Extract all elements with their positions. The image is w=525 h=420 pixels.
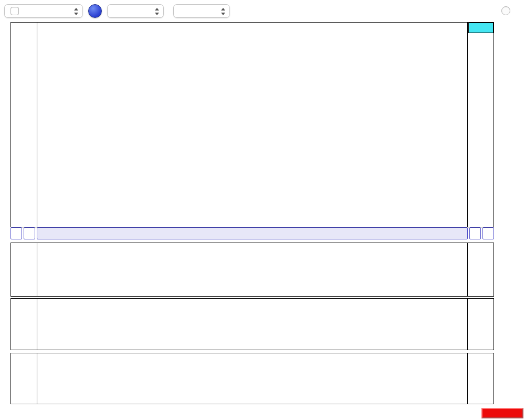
stochastic-plot-area[interactable] <box>37 353 468 404</box>
period-select[interactable] <box>107 4 164 18</box>
stepper-icon <box>74 7 79 16</box>
interval-select[interactable] <box>173 4 230 18</box>
toolbar-radio[interactable] <box>501 6 510 15</box>
date-axis-strip[interactable] <box>37 227 468 239</box>
icv-panel <box>10 298 494 350</box>
off-button[interactable] <box>481 408 523 418</box>
price-plot-area[interactable] <box>37 22 468 227</box>
scroll-prev-button[interactable] <box>24 227 35 239</box>
checkbox-empty <box>10 7 19 15</box>
scroll-last-button[interactable] <box>482 227 494 239</box>
chart-config-window-icon[interactable] <box>235 4 249 18</box>
current-price-tag <box>468 23 494 33</box>
toolbar <box>0 0 525 22</box>
help-button[interactable] <box>88 4 102 18</box>
date-nav-bar <box>10 227 494 239</box>
stepper-icon <box>221 7 226 16</box>
macd-panel <box>10 243 494 297</box>
stochastic-panel <box>10 353 494 404</box>
icv-plot-area[interactable] <box>37 298 468 350</box>
app-window <box>0 0 525 420</box>
stepper-icon <box>155 7 160 16</box>
macd-plot-area[interactable] <box>37 243 468 297</box>
status-bar <box>0 405 525 420</box>
scroll-next-button[interactable] <box>469 227 481 239</box>
scroll-first-button[interactable] <box>10 227 22 239</box>
price-chart-panel <box>10 22 494 227</box>
